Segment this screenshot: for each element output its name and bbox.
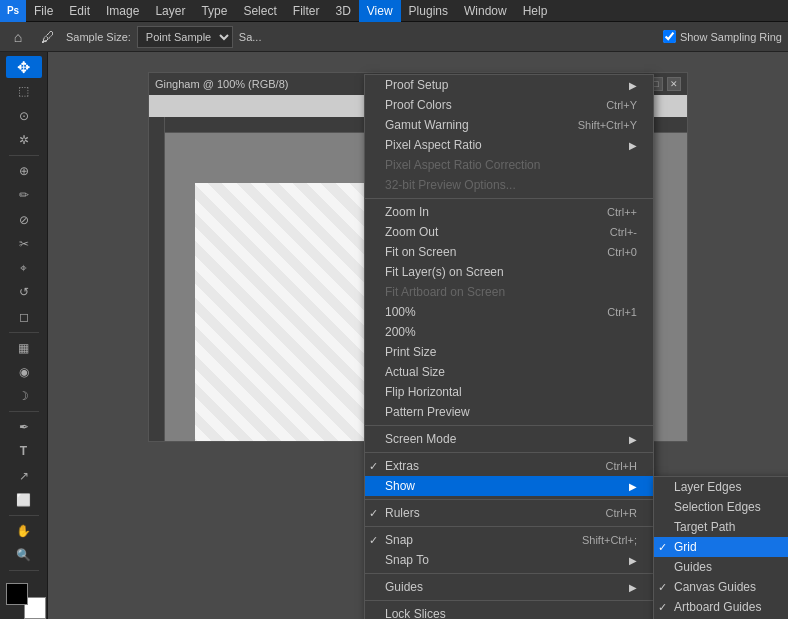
tool-eraser[interactable]: ◻: [6, 306, 42, 328]
menu-fit-screen[interactable]: Fit on Screen Ctrl+0: [365, 242, 653, 262]
menu-file[interactable]: File: [26, 0, 61, 22]
menu-window[interactable]: Window: [456, 0, 515, 22]
grid-check: ✓: [658, 541, 667, 554]
artboard-guides-check: ✓: [658, 601, 667, 614]
menu-help[interactable]: Help: [515, 0, 556, 22]
tool-eyedropper[interactable]: ✏: [6, 184, 42, 206]
lock-slices-label: Lock Slices: [385, 607, 446, 619]
canvas-guides-label: Canvas Guides: [674, 580, 756, 594]
menu-edit[interactable]: Edit: [61, 0, 98, 22]
submenu-grid[interactable]: ✓ Grid Ctrl+': [654, 537, 788, 557]
menu-flip-horizontal[interactable]: Flip Horizontal: [365, 382, 653, 402]
divider-3: [365, 452, 653, 453]
submenu-selection-edges[interactable]: Selection Edges: [654, 497, 788, 517]
menu-extras[interactable]: ✓ Extras Ctrl+H: [365, 456, 653, 476]
tool-lasso[interactable]: ⊙: [6, 105, 42, 127]
tool-hand[interactable]: ✋: [6, 520, 42, 542]
menu-zoom-in[interactable]: Zoom In Ctrl++: [365, 202, 653, 222]
sampling-ring-label: Show Sampling Ring: [680, 31, 782, 43]
menu-view[interactable]: View: [359, 0, 401, 22]
submenu-target-path[interactable]: Target Path Shift+Ctrl+H: [654, 517, 788, 537]
menu-snap[interactable]: ✓ Snap Shift+Ctrl+;: [365, 530, 653, 550]
menu-3d[interactable]: 3D: [327, 0, 358, 22]
menu-100pct[interactable]: 100% Ctrl+1: [365, 302, 653, 322]
menu-print-size[interactable]: Print Size: [365, 342, 653, 362]
submenu-artboard-guides[interactable]: ✓ Artboard Guides: [654, 597, 788, 617]
print-size-label: Print Size: [385, 345, 436, 359]
menu-pixel-aspect[interactable]: Pixel Aspect Ratio ▶: [365, 135, 653, 155]
sample-text: Sa...: [239, 31, 262, 43]
tool-brush[interactable]: ✂: [6, 233, 42, 255]
tool-dodge[interactable]: ☽: [6, 385, 42, 407]
menu-actual-size[interactable]: Actual Size: [365, 362, 653, 382]
menu-proof-colors[interactable]: Proof Colors Ctrl+Y: [365, 95, 653, 115]
submenu-guides[interactable]: Guides Ctrl+;: [654, 557, 788, 577]
guides-main-label: Guides: [385, 580, 423, 594]
show-submenu[interactable]: Layer Edges Selection Edges Target Path …: [653, 476, 788, 619]
tool-zoom[interactable]: 🔍: [6, 544, 42, 566]
eyedropper-button[interactable]: 🖊: [36, 25, 60, 49]
tool-clone[interactable]: ⌖: [6, 257, 42, 279]
close-button[interactable]: ✕: [667, 77, 681, 91]
menu-fit-artboard: Fit Artboard on Screen: [365, 282, 653, 302]
menu-proof-setup[interactable]: Proof Setup ▶: [365, 75, 653, 95]
menu-pattern-preview[interactable]: Pattern Preview: [365, 402, 653, 422]
gamut-warning-shortcut: Shift+Ctrl+Y: [578, 119, 637, 131]
rulers-check: ✓: [369, 507, 378, 520]
gamut-warning-label: Gamut Warning: [385, 118, 469, 132]
snap-shortcut: Shift+Ctrl+;: [582, 534, 637, 546]
menu-snap-to[interactable]: Snap To ▶: [365, 550, 653, 570]
menu-type[interactable]: Type: [193, 0, 235, 22]
menu-guides[interactable]: Guides ▶: [365, 577, 653, 597]
tool-blur[interactable]: ◉: [6, 361, 42, 383]
tool-type[interactable]: T: [6, 440, 42, 462]
tool-history-brush[interactable]: ↺: [6, 281, 42, 303]
sample-size-select[interactable]: Point Sample: [137, 26, 233, 48]
100pct-shortcut: Ctrl+1: [607, 306, 637, 318]
menu-fit-layers[interactable]: Fit Layer(s) on Screen: [365, 262, 653, 282]
menu-layer[interactable]: Layer: [147, 0, 193, 22]
tool-shape[interactable]: ⬜: [6, 489, 42, 511]
screen-mode-label: Screen Mode: [385, 432, 456, 446]
tool-select-rect[interactable]: ⬚: [6, 80, 42, 102]
divider-7: [365, 600, 653, 601]
pixel-aspect-label: Pixel Aspect Ratio: [385, 138, 482, 152]
menu-gamut-warning[interactable]: Gamut Warning Shift+Ctrl+Y: [365, 115, 653, 135]
home-button[interactable]: ⌂: [6, 25, 30, 49]
menu-200pct[interactable]: 200%: [365, 322, 653, 342]
tool-crop[interactable]: ⊕: [6, 160, 42, 182]
ruler-vertical: [149, 117, 165, 441]
pixel-aspect-correction-label: Pixel Aspect Ratio Correction: [385, 158, 540, 172]
tool-separator-3: [9, 411, 39, 412]
tool-gradient[interactable]: ▦: [6, 337, 42, 359]
menu-lock-slices[interactable]: Lock Slices: [365, 604, 653, 619]
tool-pen[interactable]: ✒: [6, 416, 42, 438]
tool-separator-2: [9, 332, 39, 333]
sampling-ring-checkbox[interactable]: [663, 30, 676, 43]
rulers-shortcut: Ctrl+R: [606, 507, 637, 519]
menu-select[interactable]: Select: [235, 0, 284, 22]
menu-image[interactable]: Image: [98, 0, 147, 22]
extras-label: Extras: [385, 459, 419, 473]
color-swatches: [6, 579, 42, 619]
actual-size-label: Actual Size: [385, 365, 445, 379]
tool-spot-heal[interactable]: ⊘: [6, 208, 42, 230]
menu-zoom-out[interactable]: Zoom Out Ctrl+-: [365, 222, 653, 242]
tool-path-select[interactable]: ↗: [6, 465, 42, 487]
main-layout: ✥ ⬚ ⊙ ✲ ⊕ ✏ ⊘ ✂ ⌖ ↺ ◻ ▦ ◉ ☽ ✒ T ↗ ⬜ ✋ 🔍: [0, 52, 788, 619]
snap-check: ✓: [369, 534, 378, 547]
snap-label: Snap: [385, 533, 413, 547]
submenu-canvas-guides[interactable]: ✓ Canvas Guides: [654, 577, 788, 597]
view-menu[interactable]: Proof Setup ▶ Proof Colors Ctrl+Y Gamut …: [364, 74, 654, 619]
menu-rulers[interactable]: ✓ Rulers Ctrl+R: [365, 503, 653, 523]
zoom-in-label: Zoom In: [385, 205, 429, 219]
menu-screen-mode[interactable]: Screen Mode ▶: [365, 429, 653, 449]
menu-plugins[interactable]: Plugins: [401, 0, 456, 22]
pattern-preview-label: Pattern Preview: [385, 405, 470, 419]
foreground-color[interactable]: [6, 583, 28, 605]
menu-show[interactable]: Show ▶ Layer Edges Selection Edges Targe…: [365, 476, 653, 496]
submenu-layer-edges[interactable]: Layer Edges: [654, 477, 788, 497]
tool-magic-wand[interactable]: ✲: [6, 129, 42, 151]
menu-filter[interactable]: Filter: [285, 0, 328, 22]
tool-move[interactable]: ✥: [6, 56, 42, 78]
